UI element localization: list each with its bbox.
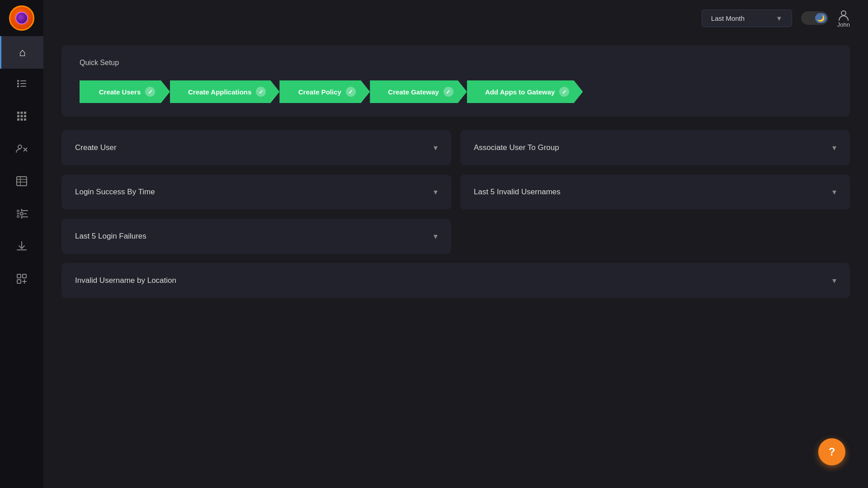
empty-bottom-right	[460, 219, 850, 254]
sidebar-item-home[interactable]: ⌂	[0, 36, 43, 69]
download-icon	[15, 240, 28, 255]
step-create-gateway[interactable]: Create Gateway ✓	[370, 80, 467, 103]
svg-rect-9	[17, 115, 19, 117]
main-content: Last Month ▼ 🌙 John Quick Setup	[43, 0, 868, 488]
step-add-apps-label: Add Apps to Gateway	[485, 88, 555, 96]
sidebar-item-users[interactable]	[0, 134, 43, 166]
invalid-location-panel: Invalid Username by Location ▾	[61, 263, 850, 298]
svg-point-32	[841, 11, 846, 15]
sidebar-item-list[interactable]	[0, 69, 43, 101]
help-icon: ?	[829, 446, 835, 458]
sidebar: ⌂	[0, 0, 43, 488]
topbar-right: Last Month ▼ 🌙 John	[702, 9, 850, 28]
theme-knob: 🌙	[815, 13, 827, 23]
invalid-usernames-chevron-icon: ▾	[832, 187, 836, 197]
sidebar-item-grid[interactable]	[0, 101, 43, 134]
svg-rect-26	[21, 216, 28, 217]
svg-rect-23	[17, 210, 19, 212]
step-add-apps-to-gateway[interactable]: Add Apps to Gateway ✓	[467, 80, 583, 103]
svg-point-22	[20, 212, 23, 215]
svg-rect-29	[17, 280, 21, 283]
login-failures-panel: Last 5 Login Failures ▾	[61, 219, 451, 254]
invalid-location-title: Invalid Username by Location	[75, 276, 176, 285]
grid-icon	[15, 110, 28, 125]
time-filter-dropdown[interactable]: Last Month ▼	[702, 9, 792, 27]
step-create-users[interactable]: Create Users ✓	[80, 80, 170, 103]
svg-rect-28	[23, 274, 26, 278]
middle-panels-row: Login Success By Time ▾ Last 5 Invalid U…	[61, 174, 850, 210]
step-create-users-label: Create Users	[99, 88, 141, 96]
invalid-usernames-panel: Last 5 Invalid Usernames ▾	[460, 174, 850, 210]
time-filter-label: Last Month	[711, 14, 745, 22]
step-create-gateway-label: Create Gateway	[388, 88, 439, 96]
associate-user-panel: Associate User To Group ▾	[460, 130, 850, 165]
page-content: Quick Setup Create Users ✓ Create Applic…	[43, 36, 868, 488]
quick-setup-title: Quick Setup	[80, 59, 832, 67]
step-create-users-check: ✓	[145, 87, 155, 97]
top-panels-row: Create User ▾ Associate User To Group ▾	[61, 130, 850, 165]
settings-icon	[15, 207, 28, 223]
app-logo[interactable]	[9, 5, 34, 31]
create-user-title: Create User	[75, 143, 117, 152]
logo-inner	[15, 12, 28, 24]
svg-rect-11	[24, 115, 26, 117]
login-success-title: Login Success By Time	[75, 188, 155, 197]
svg-rect-1	[17, 83, 19, 84]
sidebar-nav: ⌂	[0, 36, 43, 296]
svg-rect-7	[21, 112, 23, 114]
svg-rect-14	[24, 118, 26, 121]
create-user-header[interactable]: Create User ▾	[61, 130, 451, 165]
step-create-applications[interactable]: Create Applications ✓	[170, 80, 279, 103]
svg-rect-6	[17, 112, 19, 114]
add-grid-icon	[15, 272, 28, 288]
sidebar-item-add-grid[interactable]	[0, 264, 43, 296]
theme-toggle[interactable]: 🌙	[801, 11, 828, 25]
invalid-location-chevron-icon: ▾	[832, 276, 836, 286]
svg-point-15	[18, 145, 22, 149]
user-name: John	[837, 21, 850, 28]
step-create-applications-label: Create Applications	[188, 88, 251, 96]
login-success-header[interactable]: Login Success By Time ▾	[61, 174, 451, 210]
list-icon	[15, 77, 28, 93]
associate-user-chevron-icon: ▾	[832, 143, 836, 153]
invalid-location-header[interactable]: Invalid Username by Location ▾	[61, 263, 850, 298]
svg-rect-0	[17, 80, 19, 82]
help-fab[interactable]: ?	[818, 438, 845, 465]
create-user-chevron-icon: ▾	[434, 143, 438, 153]
login-failures-chevron-icon: ▾	[434, 231, 438, 241]
dropdown-chevron-icon: ▼	[776, 14, 783, 22]
login-success-chevron-icon: ▾	[434, 187, 438, 197]
step-create-gateway-check: ✓	[443, 87, 453, 97]
user-avatar-icon	[837, 9, 850, 21]
sidebar-item-settings[interactable]	[0, 199, 43, 231]
associate-user-title: Associate User To Group	[474, 143, 559, 152]
svg-rect-8	[24, 112, 26, 114]
steps-row: Create Users ✓ Create Applications ✓ Cre…	[80, 80, 832, 103]
svg-rect-18	[17, 177, 27, 186]
invalid-usernames-header[interactable]: Last 5 Invalid Usernames ▾	[460, 174, 850, 210]
step-add-apps-check: ✓	[559, 87, 569, 97]
user-avatar[interactable]: John	[837, 9, 850, 28]
svg-rect-24	[17, 216, 19, 217]
svg-rect-13	[21, 118, 23, 121]
step-create-policy-label: Create Policy	[298, 88, 341, 96]
sidebar-item-download[interactable]	[0, 231, 43, 264]
svg-rect-25	[21, 210, 28, 211]
svg-rect-27	[17, 274, 21, 278]
login-failures-title: Last 5 Login Failures	[75, 232, 146, 241]
step-create-policy-check: ✓	[346, 87, 356, 97]
step-create-policy[interactable]: Create Policy ✓	[279, 80, 370, 103]
login-failures-header[interactable]: Last 5 Login Failures ▾	[61, 219, 451, 254]
users-icon	[15, 142, 28, 158]
create-user-panel: Create User ▾	[61, 130, 451, 165]
sidebar-item-table[interactable]	[0, 166, 43, 199]
svg-rect-2	[17, 85, 19, 87]
sidebar-logo	[0, 0, 43, 36]
associate-user-header[interactable]: Associate User To Group ▾	[460, 130, 850, 165]
svg-rect-5	[20, 86, 26, 87]
invalid-usernames-title: Last 5 Invalid Usernames	[474, 188, 561, 197]
topbar: Last Month ▼ 🌙 John	[43, 0, 868, 36]
step-create-applications-check: ✓	[256, 87, 266, 97]
svg-rect-10	[21, 115, 23, 117]
login-success-panel: Login Success By Time ▾	[61, 174, 451, 210]
